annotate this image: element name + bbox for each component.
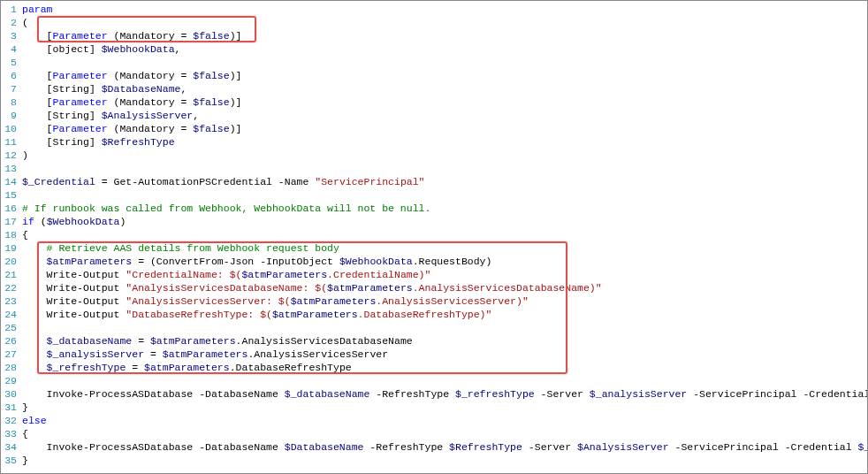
code-content: Invoke-ProcessASDatabase -DatabaseName $… [22,440,868,454]
line-number: 29 [3,374,22,387]
line-number: 18 [3,228,22,241]
code-content: Invoke-ProcessASDatabase -DatabaseName $… [22,387,868,401]
code-line: 24 Write-Output "DatabaseRefreshType: $(… [3,308,865,321]
line-number: 20 [3,255,22,268]
code-content: Write-Output "CredentialName: $($atmPara… [22,268,865,281]
code-line: 11 [String] $RefreshType [3,135,865,149]
code-content: Write-Output "DatabaseRefreshType: $($at… [22,308,865,321]
code-content: Write-Output "AnalysisServicesDatabaseNa… [22,281,865,294]
code-line: 13 [3,162,865,175]
code-line: 22 Write-Output "AnalysisServicesDatabas… [3,281,865,294]
line-number: 26 [3,334,22,348]
code-content: [Parameter (Mandatory = $false)] [22,69,865,82]
code-content: # Retrieve AAS details from Webhook requ… [22,241,865,255]
code-content [22,56,865,69]
code-line: 16# If runbook was called from Webhook, … [3,202,865,215]
code-line: 28 $_refreshType = $atmParameters.Databa… [3,361,865,374]
code-line: 34 Invoke-ProcessASDatabase -DatabaseNam… [3,440,865,454]
code-content: [String] $AnalysisServer, [22,109,865,122]
line-number: 30 [3,387,22,401]
code-line: 15 [3,188,865,202]
code-content: [Parameter (Mandatory = $false)] [22,96,865,109]
code-line: 19 # Retrieve AAS details from Webhook r… [3,241,865,255]
line-number: 31 [3,401,22,414]
code-line: 4 [object] $WebhookData, [3,42,865,56]
code-content: { [22,228,865,241]
code-line: 29 [3,374,865,387]
code-line: 7 [String] $DatabaseName, [3,82,865,96]
code-line: 9 [String] $AnalysisServer, [3,109,865,122]
line-number: 33 [3,427,22,440]
code-content: # If runbook was called from Webhook, We… [22,202,865,215]
code-content [22,162,865,175]
code-content: [object] $WebhookData, [22,42,865,56]
line-number: 24 [3,308,22,321]
code-content: if ($WebhookData) [22,215,865,228]
line-number: 5 [3,56,22,69]
line-number: 22 [3,281,22,294]
line-number: 28 [3,361,22,374]
line-number: 11 [3,135,22,149]
line-number: 35 [3,454,22,467]
code-content: [Parameter (Mandatory = $false)] [22,122,865,135]
code-line: 21 Write-Output "CredentialName: $($atmP… [3,268,865,281]
line-number: 7 [3,82,22,96]
line-number: 10 [3,122,22,135]
code-line: 12) [3,149,865,162]
code-content: $atmParameters = (ConvertFrom-Json -Inpu… [22,255,865,268]
code-editor: 1param2(3 [Parameter (Mandatory = $false… [3,3,865,467]
code-content: } [22,401,865,414]
code-content: else [22,414,865,427]
line-number: 27 [3,348,22,361]
code-line: 1param [3,3,865,16]
code-line: 35} [3,454,865,467]
code-line: 30 Invoke-ProcessASDatabase -DatabaseNam… [3,387,865,401]
code-content: ( [22,16,865,29]
code-content [22,374,865,387]
line-number: 8 [3,96,22,109]
line-number: 34 [3,440,22,454]
code-content [22,188,865,202]
line-number: 19 [3,241,22,255]
line-number: 21 [3,268,22,281]
code-line: 23 Write-Output "AnalysisServicesServer:… [3,294,865,308]
code-line: 18{ [3,228,865,241]
code-line: 5 [3,56,865,69]
code-line: 2( [3,16,865,29]
code-content: $_Credential = Get-AutomationPSCredentia… [22,175,865,188]
line-number: 6 [3,69,22,82]
line-number: 13 [3,162,22,175]
code-content: } [22,454,865,467]
code-content: $_databaseName = $atmParameters.Analysis… [22,334,865,348]
code-content: param [22,3,865,16]
line-number: 23 [3,294,22,308]
code-line: 20 $atmParameters = (ConvertFrom-Json -I… [3,255,865,268]
line-number: 15 [3,188,22,202]
line-number: 32 [3,414,22,427]
code-line: 26 $_databaseName = $atmParameters.Analy… [3,334,865,348]
line-number: 2 [3,16,22,29]
line-number: 1 [3,3,22,16]
code-line: 27 $_analysisServer = $atmParameters.Ana… [3,348,865,361]
line-number: 9 [3,109,22,122]
code-content [22,321,865,334]
line-number: 25 [3,321,22,334]
line-number: 16 [3,202,22,215]
line-number: 4 [3,42,22,56]
code-content: ) [22,149,865,162]
code-line: 17if ($WebhookData) [3,215,865,228]
line-number: 17 [3,215,22,228]
code-content: [Parameter (Mandatory = $false)] [22,29,865,42]
line-number: 3 [3,29,22,42]
code-content: [String] $RefreshType [22,135,865,149]
code-content: [String] $DatabaseName, [22,82,865,96]
code-line: 32else [3,414,865,427]
code-content: $_refreshType = $atmParameters.DatabaseR… [22,361,865,374]
code-line: 14$_Credential = Get-AutomationPSCredent… [3,175,865,188]
code-line: 10 [Parameter (Mandatory = $false)] [3,122,865,135]
code-content: $_analysisServer = $atmParameters.Analys… [22,348,865,361]
line-number: 12 [3,149,22,162]
code-content: { [22,427,865,440]
code-line: 3 [Parameter (Mandatory = $false)] [3,29,865,42]
code-line: 31} [3,401,865,414]
